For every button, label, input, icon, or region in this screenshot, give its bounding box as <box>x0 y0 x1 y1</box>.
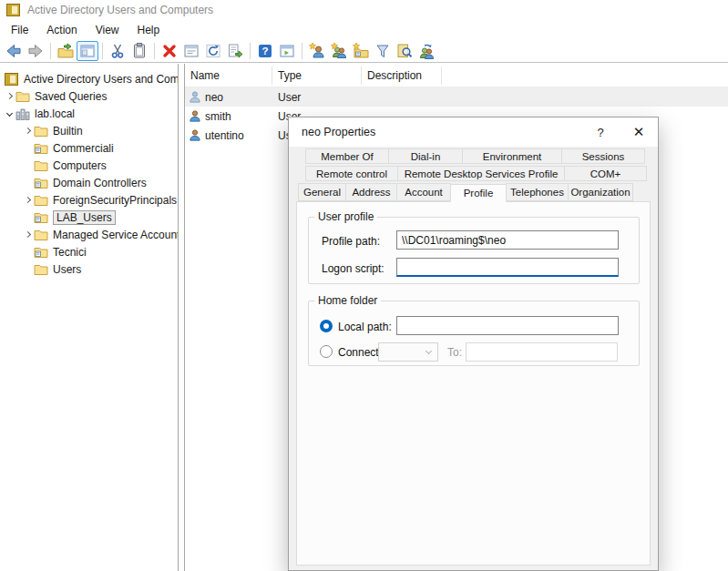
tab-member-of[interactable]: Member Of <box>305 148 389 164</box>
dialog-close-button[interactable]: ✕ <box>620 117 658 147</box>
console-window-icon <box>278 42 296 60</box>
user-profile-legend: User profile <box>314 210 377 223</box>
dialog-title: neo Properties <box>289 126 581 138</box>
profile-tab-page: User profile Profile path: Logon script:… <box>296 201 651 566</box>
delete-button[interactable] <box>159 41 180 61</box>
new-ou-button[interactable] <box>350 41 372 61</box>
home-folder-legend: Home folder <box>314 294 381 307</box>
tree-item-foreign-security-principals[interactable]: ForeignSecurityPrincipals <box>0 191 178 209</box>
tab-organization[interactable]: Organization <box>568 183 633 201</box>
toolbar-separator <box>154 43 155 59</box>
export-list-button[interactable] <box>224 41 246 61</box>
column-header-name[interactable]: Name <box>185 66 272 85</box>
folder-icon <box>34 194 48 207</box>
local-path-label: Local path: <box>338 321 392 333</box>
new-user-button[interactable] <box>306 41 328 61</box>
mmc-console-icon <box>6 4 20 16</box>
folder-icon <box>34 159 48 172</box>
user-icon <box>188 109 201 123</box>
tab-telephones[interactable]: Telephones <box>506 183 569 201</box>
tab-row-2: Remote control Remote Desktop Services P… <box>289 166 658 181</box>
tab-rds-profile[interactable]: Remote Desktop Services Profile <box>397 166 565 181</box>
chevron-right-icon[interactable] <box>24 231 30 238</box>
user-profile-groupbox: User profile Profile path: Logon script: <box>308 217 640 284</box>
tree-item-commerciali[interactable]: Commerciali <box>0 139 178 157</box>
profile-path-input[interactable] <box>396 230 619 250</box>
tree-item-computers[interactable]: Computers <box>0 157 178 174</box>
new-window-button[interactable] <box>276 41 298 61</box>
dialog-help-button[interactable]: ? <box>581 117 620 147</box>
tree-item-managed-service-accounts[interactable]: Managed Service Accounts <box>0 226 178 243</box>
tab-com-plus[interactable]: COM+ <box>564 166 647 181</box>
filter-icon <box>374 42 392 60</box>
tab-dial-in[interactable]: Dial-in <box>388 148 463 164</box>
folder-icon <box>34 229 48 241</box>
tree-item-root[interactable]: Active Directory Users and Computers <box>0 70 178 87</box>
back-icon <box>5 42 23 60</box>
connect-to-input[interactable] <box>466 342 618 362</box>
tree-item-lab-users[interactable]: LAB_Users <box>0 209 178 226</box>
refresh-icon <box>204 42 222 60</box>
menu-view[interactable]: View <box>87 22 128 38</box>
ou-folder-icon <box>34 211 48 224</box>
menu-action[interactable]: Action <box>37 22 86 38</box>
chevron-right-icon[interactable] <box>5 93 12 99</box>
cut-icon <box>108 42 127 60</box>
folder-icon <box>34 125 48 138</box>
paste-icon <box>130 42 149 60</box>
add-to-group-icon <box>417 42 436 60</box>
back-button[interactable] <box>3 41 25 61</box>
tab-profile[interactable]: Profile <box>450 184 507 202</box>
local-path-input[interactable] <box>396 316 619 335</box>
export-list-icon <box>226 42 244 60</box>
folder-icon <box>34 263 48 276</box>
find-button[interactable] <box>394 41 415 61</box>
up-one-level-button[interactable] <box>55 41 77 61</box>
tree-item-domain-controllers[interactable]: Domain Controllers <box>0 174 178 191</box>
tree-item-lab-local[interactable]: lab.local <box>0 105 178 122</box>
tab-environment[interactable]: Environment <box>462 148 562 164</box>
drive-letter-select[interactable] <box>378 342 438 362</box>
cut-button[interactable] <box>107 41 128 61</box>
connect-radio[interactable] <box>320 345 333 358</box>
tab-account[interactable]: Account <box>396 183 451 201</box>
add-to-group-button[interactable] <box>415 41 437 61</box>
refresh-button[interactable] <box>202 41 224 61</box>
folder-icon <box>15 90 30 103</box>
user-icon <box>188 90 201 104</box>
tab-sessions[interactable]: Sessions <box>561 148 645 164</box>
neo-properties-dialog: neo Properties ? ✕ Member Of Dial-in Env… <box>288 117 659 571</box>
tree-item-builtin[interactable]: Builtin <box>0 122 178 139</box>
tree-item-tecnici[interactable]: Tecnici <box>0 243 178 260</box>
tab-row-1: Member Of Dial-in Environment Sessions <box>289 148 658 164</box>
delete-icon <box>160 42 179 60</box>
toolbar: ? <box>0 39 728 63</box>
column-header-description[interactable]: Description <box>362 66 442 85</box>
list-row-neo[interactable]: neo User <box>185 87 728 107</box>
to-label: To: <box>447 346 462 359</box>
properties-button[interactable] <box>180 41 202 61</box>
menu-file[interactable]: File <box>2 22 37 38</box>
show-console-tree-button[interactable] <box>77 41 98 61</box>
new-user-icon <box>308 42 326 60</box>
help-button[interactable]: ? <box>254 41 276 61</box>
console-tree-pane: Active Directory Users and Computers Sav… <box>0 64 179 571</box>
chevron-right-icon[interactable] <box>24 197 30 203</box>
up-folder-icon <box>56 42 75 60</box>
local-path-radio[interactable] <box>320 320 333 332</box>
column-header-type[interactable]: Type <box>272 66 362 85</box>
tab-remote-control[interactable]: Remote control <box>305 166 398 181</box>
tab-address[interactable]: Address <box>345 183 397 201</box>
tree-item-users[interactable]: Users <box>0 260 178 278</box>
paste-button[interactable] <box>128 41 150 61</box>
chevron-down-icon[interactable] <box>5 110 12 117</box>
filter-button[interactable] <box>372 41 394 61</box>
svg-text:?: ? <box>261 46 268 56</box>
chevron-right-icon[interactable] <box>24 127 30 134</box>
menu-help[interactable]: Help <box>128 22 169 38</box>
tab-general[interactable]: General <box>298 183 346 201</box>
new-group-button[interactable] <box>328 41 350 61</box>
tree-item-saved-queries[interactable]: Saved Queries <box>0 87 178 105</box>
forward-button[interactable] <box>25 41 46 61</box>
logon-script-input[interactable] <box>396 258 619 277</box>
